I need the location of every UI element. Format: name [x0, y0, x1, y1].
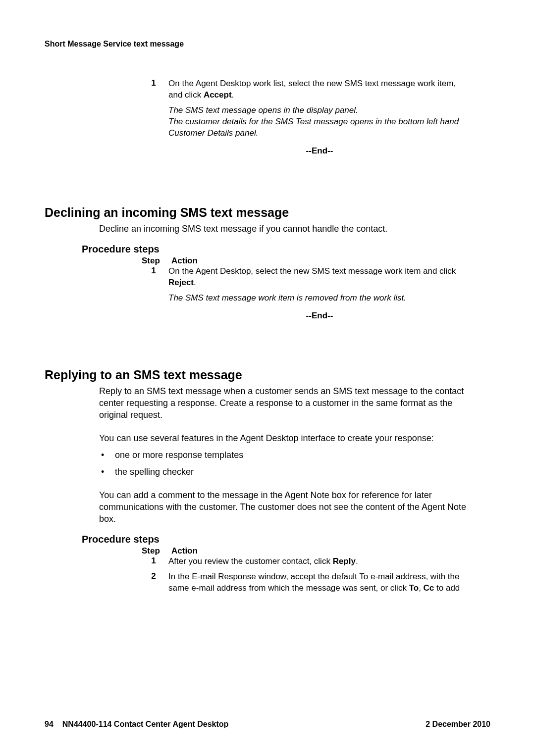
page-container: Short Message Service text message 1 On …	[0, 0, 535, 756]
italic-note: The SMS text message opens in the displa…	[168, 105, 471, 116]
bullet-list: • one or more response templates • the s…	[99, 449, 471, 478]
step-action-text: In the E-mail Response window, accept th…	[168, 571, 471, 594]
procedure-steps-heading: Procedure steps	[82, 244, 490, 255]
step-number: 1	[139, 266, 168, 289]
italic-note: The customer details for the SMS Test me…	[168, 116, 471, 139]
step-action-text: On the Agent Desktop, select the new SMS…	[168, 266, 471, 289]
running-header: Short Message Service text message	[45, 40, 490, 49]
step-action-text: After you review the customer contact, c…	[168, 556, 471, 567]
footer-left: 94 NN44400-114 Contact Center Agent Desk…	[45, 720, 228, 729]
bold-term: Accept	[204, 90, 232, 100]
intro-text: Decline an incoming SMS text message if …	[99, 223, 471, 235]
step-number: 1	[139, 78, 168, 101]
intro-text: Reply to an SMS text message when a cust…	[99, 385, 471, 421]
footer-date: 2 December 2010	[426, 720, 490, 729]
action-column-header: Action	[171, 546, 490, 556]
page-footer: 94 NN44400-114 Contact Center Agent Desk…	[45, 720, 490, 729]
bullet-icon: •	[99, 466, 115, 478]
text-fragment: On the Agent Desktop, select the new SMS…	[168, 266, 456, 276]
paragraph: You can add a comment to the message in …	[99, 489, 471, 525]
text-fragment: After you review the customer contact, c…	[168, 556, 333, 566]
step-number: 2	[139, 571, 168, 594]
heading-replying: Replying to an SMS text message	[45, 368, 490, 382]
step-header-row: Step Action	[139, 546, 490, 556]
step-row: 1 On the Agent Desktop, select the new S…	[139, 266, 471, 289]
step-number: 1	[139, 556, 168, 567]
page-number: 94	[45, 720, 54, 729]
step-column-header: Step	[139, 546, 171, 556]
bullet-icon: •	[99, 449, 115, 461]
bullet-text: one or more response templates	[115, 449, 471, 461]
bullet-text: the spelling checker	[115, 466, 471, 478]
end-marker: --End--	[168, 311, 471, 321]
procedure-steps-heading: Procedure steps	[82, 534, 490, 545]
step-row: 1 After you review the customer contact,…	[139, 556, 471, 567]
bold-term: Reject	[168, 278, 194, 287]
step-column-header: Step	[139, 256, 171, 266]
document-id: NN44400-114 Contact Center Agent Desktop	[62, 720, 229, 729]
bold-term: To	[409, 583, 419, 593]
text-fragment: .	[356, 556, 358, 566]
paragraph: You can use several features in the Agen…	[99, 432, 471, 444]
section3-steps: 1 After you review the customer contact,…	[139, 556, 471, 594]
italic-note: The SMS text message work item is remove…	[168, 293, 471, 304]
bold-term: Reply	[333, 556, 356, 566]
section2-steps: 1 On the Agent Desktop, select the new S…	[139, 266, 471, 321]
list-item: • one or more response templates	[99, 449, 471, 461]
step-action-text: On the Agent Desktop work list, select t…	[168, 78, 471, 101]
list-item: • the spelling checker	[99, 466, 471, 478]
bold-term: Cc	[424, 583, 434, 593]
text-fragment: .	[232, 90, 234, 100]
section1-steps: 1 On the Agent Desktop work list, select…	[139, 78, 471, 156]
text-fragment: ,	[419, 583, 423, 593]
action-column-header: Action	[171, 256, 490, 266]
step-header-row: Step Action	[139, 256, 490, 266]
text-fragment: .	[194, 278, 196, 287]
step-row: 2 In the E-mail Response window, accept …	[139, 571, 471, 594]
end-marker: --End--	[168, 146, 471, 156]
heading-declining: Declining an incoming SMS text message	[45, 205, 490, 220]
text-fragment: to add	[434, 583, 460, 593]
step-row: 1 On the Agent Desktop work list, select…	[139, 78, 471, 101]
